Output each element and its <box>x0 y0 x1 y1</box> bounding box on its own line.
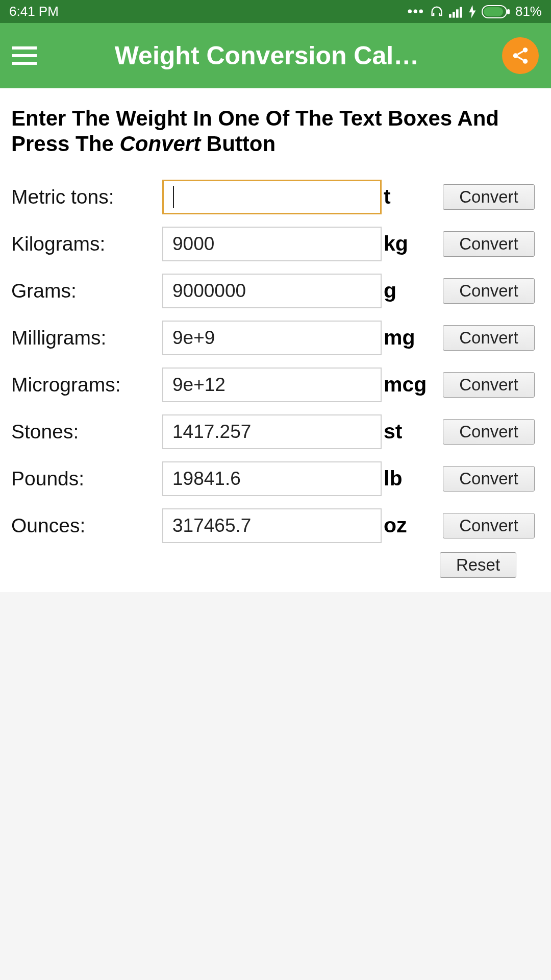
input-kilograms[interactable] <box>162 227 382 261</box>
unit-metric-tons: t <box>382 185 438 209</box>
unit-grams: g <box>382 279 438 303</box>
svg-point-12 <box>513 53 518 58</box>
row-label-kilograms: Kilograms: <box>11 233 162 255</box>
text-cursor <box>173 186 174 208</box>
input-ounces[interactable] <box>162 508 382 543</box>
status-right: ••• 81% <box>408 4 542 19</box>
svg-rect-6 <box>484 7 503 16</box>
svg-rect-8 <box>12 46 37 50</box>
input-micrograms[interactable] <box>162 368 382 402</box>
status-bar: 6:41 PM ••• 81% <box>0 0 551 23</box>
convert-button-micrograms[interactable]: Convert <box>443 372 535 398</box>
app-title: Weight Conversion Cal… <box>61 41 478 70</box>
input-milligrams[interactable] <box>162 321 382 355</box>
input-stones[interactable] <box>162 414 382 449</box>
instruction-suffix: Button <box>201 132 276 156</box>
convert-button-stones[interactable]: Convert <box>443 419 535 445</box>
battery-percent: 81% <box>515 4 542 19</box>
convert-button-metric-tons[interactable]: Convert <box>443 184 535 210</box>
app-bar: Weight Conversion Cal… <box>0 23 551 88</box>
charging-icon <box>468 5 477 18</box>
svg-rect-10 <box>12 62 37 65</box>
conversion-table: Metric tons: t Convert Kilograms: kg Con… <box>11 180 540 578</box>
convert-button-milligrams[interactable]: Convert <box>443 325 535 351</box>
row-label-milligrams: Milligrams: <box>11 327 162 349</box>
unit-kilograms: kg <box>382 232 438 256</box>
headphones-icon <box>430 5 444 19</box>
convert-button-pounds[interactable]: Convert <box>443 466 535 492</box>
instruction-text: Enter The Weight In One Of The Text Boxe… <box>11 106 540 157</box>
share-icon <box>511 46 530 65</box>
convert-button-grams[interactable]: Convert <box>443 278 535 304</box>
svg-rect-1 <box>453 12 455 18</box>
reset-row: Reset <box>11 552 535 578</box>
menu-button[interactable] <box>12 45 37 66</box>
svg-rect-3 <box>460 7 462 17</box>
unit-milligrams: mg <box>382 326 438 350</box>
share-button[interactable] <box>502 37 539 74</box>
row-label-metric-tons: Metric tons: <box>11 186 162 208</box>
svg-rect-7 <box>507 9 510 14</box>
battery-icon <box>482 5 510 18</box>
svg-rect-9 <box>12 54 37 57</box>
content-area: Enter The Weight In One Of The Text Boxe… <box>0 88 551 592</box>
svg-marker-4 <box>469 5 475 18</box>
instruction-emph: Convert <box>119 132 201 156</box>
row-label-ounces: Ounces: <box>11 514 162 537</box>
svg-point-13 <box>523 59 528 63</box>
row-label-micrograms: Micrograms: <box>11 374 162 396</box>
hamburger-icon <box>12 45 37 66</box>
row-label-pounds: Pounds: <box>11 468 162 490</box>
unit-micrograms: mcg <box>382 373 438 397</box>
status-time: 6:41 PM <box>9 4 59 19</box>
signal-icon <box>449 6 463 18</box>
input-pounds[interactable] <box>162 461 382 496</box>
svg-point-11 <box>523 47 528 53</box>
reset-button[interactable]: Reset <box>440 552 516 578</box>
row-label-grams: Grams: <box>11 280 162 302</box>
input-metric-tons[interactable] <box>162 180 382 214</box>
unit-ounces: oz <box>382 513 438 537</box>
unit-pounds: lb <box>382 467 438 491</box>
svg-rect-2 <box>456 9 459 17</box>
convert-button-kilograms[interactable]: Convert <box>443 231 535 257</box>
input-grams[interactable] <box>162 274 382 308</box>
convert-button-ounces[interactable]: Convert <box>443 513 535 538</box>
svg-rect-0 <box>449 14 452 17</box>
row-label-stones: Stones: <box>11 421 162 443</box>
more-icon: ••• <box>408 4 424 19</box>
unit-stones: st <box>382 420 438 444</box>
